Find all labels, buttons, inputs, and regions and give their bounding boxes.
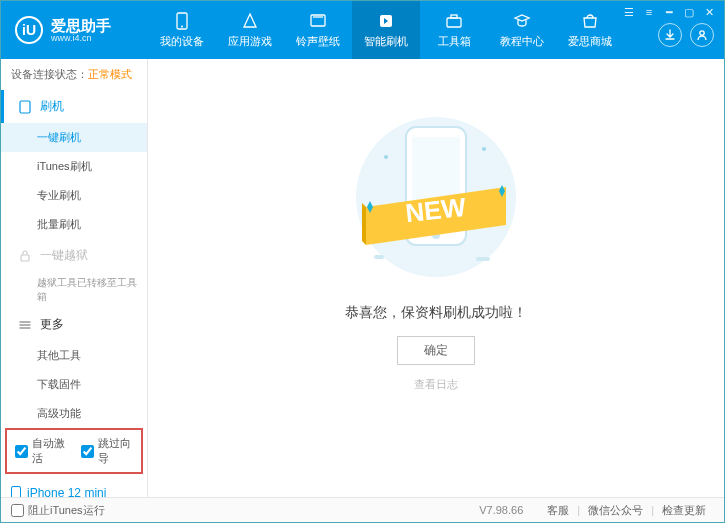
- new-badge-text: NEW: [404, 192, 468, 228]
- auto-activate-checkbox[interactable]: 自动激活: [15, 436, 67, 466]
- nav-store[interactable]: 爱思商城: [556, 1, 624, 59]
- svg-rect-8: [21, 255, 29, 261]
- skip-guide-checkbox[interactable]: 跳过向导: [81, 436, 133, 466]
- flash-icon: [376, 12, 396, 30]
- success-illustration: NEW: [326, 107, 546, 290]
- sidebar-item-advanced[interactable]: 高级功能: [1, 399, 147, 428]
- svg-rect-4: [447, 18, 461, 27]
- nav-my-device[interactable]: 我的设备: [148, 1, 216, 59]
- svg-point-6: [700, 31, 704, 35]
- conn-label: 设备连接状态：: [11, 68, 88, 80]
- app-header: iU 爱思助手 www.i4.cn 我的设备 应用游戏 铃声壁纸 智能刷机 工具…: [1, 1, 724, 59]
- menu-icon[interactable]: ☰: [622, 5, 636, 19]
- svg-rect-16: [476, 257, 490, 261]
- block-itunes-checkbox[interactable]: 阻止iTunes运行: [11, 503, 105, 518]
- status-bar: 阻止iTunes运行 V7.98.66 客服 | 微信公众号 | 检查更新: [1, 497, 724, 522]
- close-icon[interactable]: ✕: [702, 5, 716, 19]
- nav-apps-games[interactable]: 应用游戏: [216, 1, 284, 59]
- sidebar-item-pro-flash[interactable]: 专业刷机: [1, 181, 147, 210]
- main-content: NEW 恭喜您，保资料刷机成功啦！ 确定 查看日志: [148, 59, 724, 498]
- lock-icon: [18, 249, 32, 263]
- sidebar: 设备连接状态：正常模式 刷机 一键刷机 iTunes刷机 专业刷机 批量刷机 一…: [1, 59, 148, 498]
- user-button[interactable]: [690, 23, 714, 47]
- sidebar-head-label: 刷机: [40, 98, 64, 115]
- ok-button[interactable]: 确定: [397, 336, 475, 365]
- checkbox-label: 自动激活: [32, 436, 67, 466]
- flash-options-box: 自动激活 跳过向导: [5, 428, 143, 474]
- sidebar-item-batch-flash[interactable]: 批量刷机: [1, 210, 147, 239]
- wechat-link[interactable]: 微信公众号: [588, 503, 643, 518]
- brand: iU 爱思助手 www.i4.cn: [1, 16, 148, 44]
- store-icon: [580, 12, 600, 30]
- phone-icon: [172, 12, 192, 30]
- sidebar-item-itunes-flash[interactable]: iTunes刷机: [1, 152, 147, 181]
- top-nav: 我的设备 应用游戏 铃声壁纸 智能刷机 工具箱 教程中心 爱思商城: [148, 1, 624, 59]
- svg-point-1: [181, 25, 183, 27]
- svg-point-14: [384, 155, 388, 159]
- nav-label: 智能刷机: [364, 34, 408, 49]
- nav-label: 工具箱: [438, 34, 471, 49]
- toolbox-icon: [444, 12, 464, 30]
- brand-title: 爱思助手: [51, 18, 111, 33]
- svg-point-13: [482, 147, 486, 151]
- sidebar-item-download-firmware[interactable]: 下载固件: [1, 370, 147, 399]
- nav-label: 铃声壁纸: [296, 34, 340, 49]
- svg-rect-7: [20, 101, 30, 113]
- success-message: 恭喜您，保资料刷机成功啦！: [345, 304, 527, 322]
- nav-label: 应用游戏: [228, 34, 272, 49]
- window-controls: ☰ ≡ ━ ▢ ✕: [622, 5, 716, 19]
- apps-icon: [240, 12, 260, 30]
- minimize-icon[interactable]: ━: [662, 5, 676, 19]
- nav-label: 教程中心: [500, 34, 544, 49]
- sidebar-jailbreak-header: 一键越狱: [1, 239, 147, 272]
- nav-tutorials[interactable]: 教程中心: [488, 1, 556, 59]
- nav-label: 我的设备: [160, 34, 204, 49]
- settings-icon[interactable]: ≡: [642, 5, 656, 19]
- brand-logo-icon: iU: [15, 16, 43, 44]
- sidebar-flash-header[interactable]: 刷机: [1, 90, 147, 123]
- sidebar-head-label: 一键越狱: [40, 247, 88, 264]
- nav-label: 爱思商城: [568, 34, 612, 49]
- nav-toolbox[interactable]: 工具箱: [420, 1, 488, 59]
- sidebar-jailbreak-note: 越狱工具已转移至工具箱: [1, 272, 147, 308]
- svg-rect-5: [451, 15, 457, 18]
- conn-value: 正常模式: [88, 68, 132, 80]
- more-icon: [18, 318, 32, 332]
- connection-status: 设备连接状态：正常模式: [1, 59, 147, 90]
- customer-service-link[interactable]: 客服: [547, 503, 569, 518]
- wallpaper-icon: [308, 12, 328, 30]
- nav-smart-flash[interactable]: 智能刷机: [352, 1, 420, 59]
- version-label: V7.98.66: [479, 504, 523, 516]
- checkbox-label: 跳过向导: [98, 436, 133, 466]
- sidebar-more-header[interactable]: 更多: [1, 308, 147, 341]
- nav-ringtone-wallpaper[interactable]: 铃声壁纸: [284, 1, 352, 59]
- sidebar-item-other-tools[interactable]: 其他工具: [1, 341, 147, 370]
- download-button[interactable]: [658, 23, 682, 47]
- tutorial-icon: [512, 12, 532, 30]
- sidebar-item-oneclick-flash[interactable]: 一键刷机: [1, 123, 147, 152]
- phone-icon: [18, 100, 32, 114]
- view-log-link[interactable]: 查看日志: [414, 377, 458, 392]
- svg-rect-15: [374, 255, 384, 259]
- check-update-link[interactable]: 检查更新: [662, 503, 706, 518]
- maximize-icon[interactable]: ▢: [682, 5, 696, 19]
- brand-subtitle: www.i4.cn: [51, 33, 111, 43]
- sidebar-head-label: 更多: [40, 316, 64, 333]
- checkbox-label: 阻止iTunes运行: [28, 503, 105, 518]
